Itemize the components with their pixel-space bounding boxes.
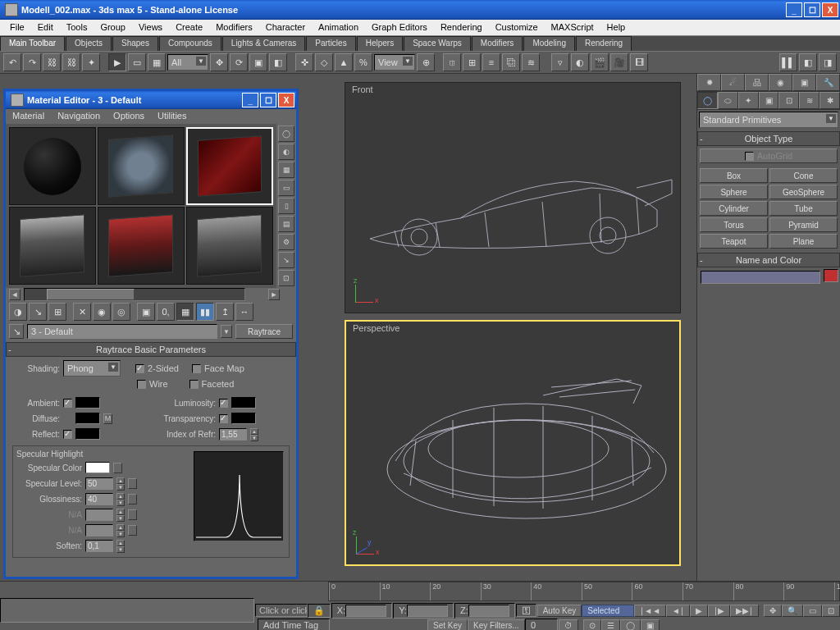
center-button[interactable]: ⊕ [417, 53, 435, 71]
wire-check[interactable] [137, 380, 146, 389]
material-slot-5[interactable] [98, 207, 185, 285]
matid-button[interactable]: 0, [157, 303, 175, 321]
put-to-scene-button[interactable]: ↘ [29, 303, 47, 321]
make-unique-button[interactable]: ◎ [112, 303, 130, 321]
rollout-name-color[interactable]: -Name and Color [697, 253, 840, 267]
snap-button[interactable]: ◇ [315, 53, 333, 71]
unlink-button[interactable]: ⛓ [62, 53, 80, 71]
primitive-geosphere[interactable]: GeoSphere [769, 185, 838, 199]
two-sided-check[interactable] [135, 364, 144, 373]
backlight-icon[interactable]: ◐ [278, 144, 294, 160]
assign-to-sel-button[interactable]: ⊞ [48, 303, 66, 321]
create-subtype-tabs[interactable]: ◯ ⬭ ✦ ▣ ⊡ ≋ ✱ [697, 92, 840, 110]
time-play-button[interactable]: ▶ [690, 605, 708, 617]
nav-arc-button[interactable]: ⊙ [583, 619, 601, 631]
curframe-field[interactable]: 0 [525, 619, 558, 630]
addtimetag-button[interactable]: Add Time Tag [258, 619, 330, 630]
keyfilters-button[interactable]: Key Filters... [468, 619, 525, 631]
tbtab-lights-cameras[interactable]: Lights & Cameras [222, 36, 305, 51]
diffuse-color[interactable] [75, 413, 100, 424]
tbtab-modeling[interactable]: Modeling [523, 36, 575, 51]
autogrid-check[interactable]: AutoGrid [700, 148, 838, 163]
menu-help[interactable]: Help [600, 20, 632, 35]
show-end-button[interactable]: ▮▮ [196, 303, 214, 321]
primitive-plane[interactable]: Plane [769, 234, 838, 249]
pick-material-button[interactable]: ↘ [9, 324, 24, 339]
put-to-lib-button[interactable]: ▣ [137, 303, 155, 321]
subtab-helpers[interactable]: ⊡ [778, 92, 799, 109]
primitive-box[interactable]: Box [700, 168, 768, 183]
key-icon[interactable]: ⚿ [516, 604, 536, 617]
tbtab-space-warps[interactable]: Space Warps [404, 36, 471, 51]
select-filter-dropdown[interactable]: All [167, 54, 208, 71]
menu-customize[interactable]: Customize [489, 20, 545, 35]
ior-spinner[interactable]: 1,55 [219, 428, 247, 441]
close-button[interactable]: X [822, 2, 838, 17]
show-map-button[interactable]: ▦ [176, 303, 194, 321]
go-sibling-button[interactable]: ↔ [235, 303, 253, 321]
pct-snap-button[interactable]: % [354, 53, 372, 71]
gloss-spinner[interactable]: 40 [85, 493, 113, 505]
primitive-cone[interactable]: Cone [769, 168, 838, 183]
align-button[interactable]: ≡ [482, 53, 500, 71]
menu-views[interactable]: Views [132, 20, 169, 35]
reflect-color[interactable] [75, 428, 100, 440]
spec-level-map-btn[interactable] [128, 478, 137, 489]
primitive-sphere[interactable]: Sphere [700, 185, 768, 199]
nav-walk-button[interactable]: ☰ [601, 619, 620, 631]
background-icon[interactable]: ▦ [278, 162, 294, 178]
bind-spacewarp-button[interactable]: ✦ [82, 53, 100, 71]
tbtab-objects[interactable]: Objects [66, 36, 112, 51]
material-type-button[interactable]: Raytrace [235, 324, 293, 339]
select-button[interactable]: ▶ [108, 53, 126, 71]
specular-map-btn[interactable] [113, 463, 122, 473]
slot-scroll-right[interactable]: ► [268, 289, 280, 300]
tab-hierarchy[interactable]: 品 [745, 74, 769, 91]
menu-edit[interactable]: Edit [31, 20, 60, 35]
tab-motion[interactable]: ◉ [769, 74, 792, 91]
trackview-button[interactable]: ≋ [522, 53, 540, 71]
mirror-button[interactable]: ⎅ [443, 53, 461, 71]
render-last-button[interactable]: 🎞 [630, 53, 648, 71]
toolbar-tabbar[interactable]: Main ToolbarObjectsShapesCompoundsLights… [0, 36, 840, 51]
undo-button[interactable]: ↶ [3, 53, 21, 71]
menu-character[interactable]: Character [259, 20, 312, 35]
command-panel-tabs[interactable]: ✹ ☄ 品 ◉ ▣ 🔧 [697, 74, 840, 92]
extra-tool-icon[interactable]: ⊡ [278, 270, 294, 286]
nav-orbit-button[interactable]: ◯ [620, 619, 641, 631]
subtab-systems[interactable]: ✱ [819, 92, 840, 109]
primitive-tube[interactable]: Tube [769, 201, 838, 216]
ref-coord-button[interactable]: ◧ [269, 53, 287, 71]
subtab-lights[interactable]: ✦ [738, 92, 759, 109]
object-name-field[interactable] [701, 271, 820, 284]
nav-pan-button[interactable]: ✥ [764, 605, 782, 617]
menu-animation[interactable]: Animation [312, 20, 365, 35]
menu-group[interactable]: Group [94, 20, 132, 35]
angle-snap-button[interactable]: ▲ [335, 53, 353, 71]
misc-tool-2[interactable]: ◧ [799, 53, 817, 71]
tbtab-compounds[interactable]: Compounds [159, 36, 221, 51]
ref-coord-dropdown[interactable]: View [374, 54, 415, 71]
make-preview-icon[interactable]: ▤ [278, 216, 294, 232]
material-slot-6[interactable] [186, 207, 273, 285]
luminosity-color[interactable] [231, 397, 256, 409]
rollout-object-type[interactable]: -Object Type [697, 131, 840, 146]
subtab-spacewarps[interactable]: ≋ [799, 92, 819, 109]
time-config-button[interactable]: ⏱ [559, 619, 578, 631]
time-prev-button[interactable]: ◄∣ [666, 605, 690, 617]
named-sel-button[interactable]: ▿ [551, 53, 569, 71]
primitive-torus[interactable]: Torus [700, 217, 768, 232]
material-slot-3[interactable] [186, 127, 273, 205]
nav-maximize-button[interactable]: ▣ [641, 619, 660, 631]
mateditor-min-button[interactable]: _ [242, 93, 258, 107]
scale-button[interactable]: ▣ [249, 53, 267, 71]
maximize-button[interactable]: ☐ [804, 2, 820, 17]
coord-z-input[interactable] [468, 605, 509, 617]
slot-scroll-left[interactable]: ◄ [9, 289, 21, 300]
tab-create[interactable]: ✹ [697, 74, 721, 91]
diffuse-map-flag[interactable]: M [103, 413, 112, 424]
memenu-material[interactable]: Material [6, 109, 51, 124]
viewport-front[interactable]: Front x z [345, 82, 681, 313]
rotate-button[interactable]: ⟳ [230, 53, 248, 71]
video-check-icon[interactable]: ▯ [278, 198, 294, 214]
